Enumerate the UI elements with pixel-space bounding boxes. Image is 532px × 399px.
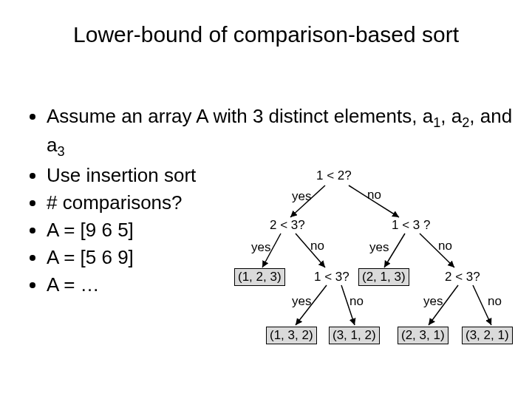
- bullet-1-text: Assume an array A with 3 distinct elemen…: [47, 105, 433, 127]
- sub-1: 1: [433, 115, 440, 130]
- bullet-3: # comparisons?: [47, 190, 514, 216]
- bullet-2: Use insertion sort: [47, 163, 514, 188]
- bullet-5: A = [5 6 9]: [47, 245, 514, 270]
- bullet-4: A = [9 6 5]: [47, 217, 514, 243]
- slide: Lower-bound of comparison-based sort Ass…: [0, 0, 532, 399]
- bullet-1: Assume an array A with 3 distinct elemen…: [47, 103, 514, 161]
- slide-title: Lower-bound of comparison-based sort: [0, 22, 532, 47]
- sub-3: 3: [57, 144, 64, 159]
- bullet-6: A = …: [47, 272, 514, 298]
- leaf-321: (3, 2, 1): [462, 327, 513, 344]
- sub-2: 2: [462, 115, 469, 130]
- leaf-312: (3, 1, 2): [329, 327, 380, 344]
- leaf-132: (1, 3, 2): [266, 327, 317, 344]
- leaf-231: (2, 3, 1): [398, 327, 449, 344]
- bullet-1-m1: , a: [440, 105, 462, 127]
- bullet-list: Assume an array A with 3 distinct elemen…: [26, 103, 514, 299]
